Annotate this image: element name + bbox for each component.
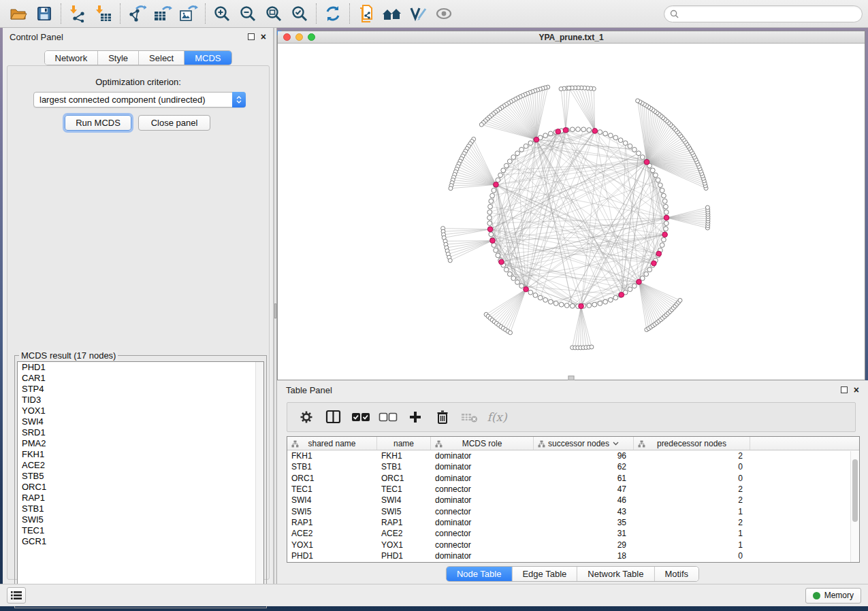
network-node[interactable] (489, 199, 494, 203)
mcds-node[interactable] (664, 215, 669, 220)
network-node[interactable] (598, 301, 602, 306)
add-column-icon[interactable] (403, 405, 428, 429)
mcds-result-item[interactable]: SWI5 (18, 514, 263, 525)
network-node[interactable] (632, 284, 637, 288)
network-node[interactable] (543, 133, 548, 138)
apply-layout-icon[interactable] (320, 3, 346, 24)
table-tab-node-table[interactable]: Node Table (447, 567, 513, 581)
network-node[interactable] (487, 216, 492, 220)
table-row[interactable]: ACE2ACE2connector311 (287, 528, 859, 539)
export-network-icon[interactable] (124, 3, 150, 24)
network-node[interactable] (511, 276, 516, 281)
mcds-result-item[interactable]: STP4 (18, 384, 263, 395)
network-node[interactable] (487, 210, 492, 214)
mcds-node[interactable] (656, 251, 662, 257)
network-node[interactable] (492, 188, 496, 193)
mcds-result-item[interactable]: GCR1 (18, 536, 263, 547)
network-node[interactable] (587, 303, 592, 308)
network-node[interactable] (494, 248, 498, 252)
network-leaf-node[interactable] (559, 87, 563, 91)
table-row[interactable]: SWI4SWI4dominator462 (287, 495, 859, 506)
close-table-panel-icon[interactable]: × (854, 386, 859, 393)
criterion-select[interactable]: largest connected component (undirected) (33, 92, 246, 108)
network-node[interactable] (660, 188, 664, 193)
zoom-out-icon[interactable] (235, 3, 261, 24)
task-history-button[interactable] (7, 587, 26, 604)
network-node[interactable] (538, 295, 543, 300)
network-node[interactable] (587, 128, 592, 133)
network-node[interactable] (662, 193, 666, 198)
network-node[interactable] (664, 221, 669, 226)
network-node[interactable] (553, 301, 558, 306)
network-node[interactable] (654, 173, 658, 178)
close-panel-button[interactable]: Close panel (138, 115, 210, 131)
network-node[interactable] (507, 271, 512, 276)
mcds-node[interactable] (644, 159, 649, 165)
mcds-result-item[interactable]: ORC1 (18, 482, 263, 493)
network-node[interactable] (608, 133, 613, 138)
float-table-panel-icon[interactable] (841, 386, 848, 393)
save-session-icon[interactable] (31, 3, 57, 24)
mcds-result-item[interactable]: TEC1 (18, 525, 263, 536)
network-node[interactable] (623, 141, 628, 146)
select-all-icon[interactable] (349, 405, 373, 429)
mcds-node[interactable] (487, 227, 493, 232)
network-node[interactable] (496, 178, 500, 182)
mcds-result-item[interactable]: RAP1 (18, 493, 263, 503)
column-header-MCDS-role[interactable]: MCDS role (431, 437, 534, 450)
network-node[interactable] (489, 232, 494, 237)
network-node[interactable] (533, 293, 538, 298)
memory-button[interactable]: Memory (805, 588, 861, 604)
network-node[interactable] (576, 127, 581, 132)
network-node[interactable] (504, 163, 509, 168)
network-node[interactable] (488, 204, 493, 209)
run-mcds-button[interactable]: Run MCDS (65, 115, 131, 131)
export-image-icon[interactable] (176, 3, 202, 24)
zoom-selected-icon[interactable] (287, 3, 312, 24)
network-node[interactable] (664, 210, 669, 214)
network-node[interactable] (504, 267, 509, 272)
network-graph[interactable] (278, 44, 865, 380)
column-header-successor-nodes[interactable]: successor nodes (534, 437, 634, 450)
table-row[interactable]: RAP1RAP1dominator352 (287, 517, 859, 528)
mcds-node[interactable] (619, 292, 624, 297)
mcds-node[interactable] (662, 232, 668, 237)
network-node[interactable] (528, 290, 533, 295)
network-node[interactable] (519, 284, 524, 288)
network-node[interactable] (507, 159, 512, 164)
scrollbar-thumb[interactable] (852, 459, 858, 522)
table-row[interactable]: ORC1ORC1dominator610 (287, 473, 859, 484)
network-node[interactable] (603, 131, 608, 136)
zoom-in-icon[interactable] (209, 3, 235, 24)
mcds-node[interactable] (499, 259, 504, 265)
network-node[interactable] (662, 237, 666, 242)
mcds-result-item[interactable]: STB5 (18, 471, 263, 482)
mcds-result-item[interactable]: SRD1 (18, 427, 263, 438)
open-session-icon[interactable] (5, 3, 31, 24)
import-network-icon[interactable] (65, 3, 91, 24)
network-node[interactable] (656, 178, 660, 182)
list-scrollbar[interactable] (255, 362, 263, 605)
float-panel-icon[interactable] (248, 33, 255, 40)
network-node[interactable] (628, 144, 632, 148)
network-node[interactable] (490, 193, 495, 198)
network-node[interactable] (548, 299, 553, 304)
zoom-fit-icon[interactable] (261, 3, 287, 24)
network-node[interactable] (664, 227, 669, 231)
mcds-result-item[interactable]: FKH1 (18, 449, 263, 460)
table-scrollbar[interactable] (850, 451, 859, 562)
network-leaf-node[interactable] (636, 99, 640, 103)
network-node[interactable] (570, 127, 575, 132)
tab-network[interactable]: Network (44, 51, 98, 65)
mcds-result-item[interactable]: PHD1 (18, 362, 263, 373)
mcds-node[interactable] (637, 279, 642, 284)
network-node[interactable] (644, 271, 649, 276)
import-table-icon[interactable] (91, 3, 116, 24)
network-node[interactable] (487, 221, 492, 226)
network-node[interactable] (564, 303, 569, 308)
network-node[interactable] (592, 302, 597, 307)
table-tab-motifs[interactable]: Motifs (654, 567, 698, 581)
network-leaf-node[interactable] (449, 186, 453, 191)
network-leaf-node[interactable] (448, 259, 452, 263)
show-columns-icon[interactable] (321, 405, 346, 429)
